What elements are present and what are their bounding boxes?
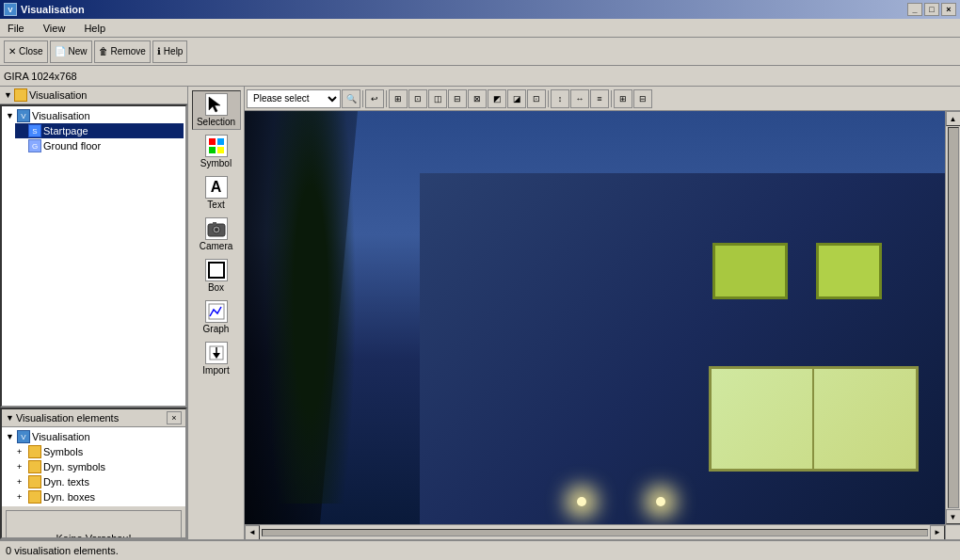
tool-selection[interactable]: Selection (192, 90, 241, 130)
import-label: Import (202, 365, 229, 376)
content-area: Please select 🔍 ↩ ⊞ ⊡ ◫ ⊟ ⊠ ◩ ◪ ⊡ ↕ ↔ ≡ … (245, 87, 960, 539)
tree-groundfloor-label: Ground floor (43, 140, 101, 152)
floor-icon: G (28, 139, 41, 152)
help-button[interactable]: ℹ Help (152, 40, 188, 63)
main-layout: ▼ Visualisation ▼ V Visualisation S Star… (0, 87, 960, 539)
ct-align7[interactable]: ◪ (507, 89, 526, 108)
scroll-track-v[interactable] (948, 127, 959, 508)
tool-text[interactable]: A Text (192, 173, 241, 213)
scroll-down-button[interactable]: ▼ (946, 509, 961, 524)
ct-dist3[interactable]: ≡ (590, 89, 609, 108)
ct-dist1[interactable]: ↕ (551, 89, 569, 108)
vis-icon: V (17, 109, 30, 122)
ct-sep2 (386, 90, 387, 107)
scroll-left-button[interactable]: ◄ (245, 525, 260, 540)
close-button[interactable]: × (941, 3, 956, 16)
tree-startpage-label: Startpage (43, 125, 88, 136)
left-panel: ▼ Visualisation ▼ V Visualisation S Star… (0, 87, 188, 539)
elem-vis-icon: V (17, 430, 30, 443)
elem-sym-icon (28, 445, 41, 458)
content-toolbar: Please select 🔍 ↩ ⊞ ⊡ ◫ ⊟ ⊠ ◩ ◪ ⊡ ↕ ↔ ≡ … (245, 87, 960, 111)
ct-sep3 (548, 90, 549, 107)
ct-align8[interactable]: ⊡ (527, 89, 546, 108)
horizontal-scrollbar[interactable]: ◄ ► (245, 524, 945, 539)
tool-camera[interactable]: Camera (192, 215, 241, 254)
menu-file[interactable]: File (4, 21, 28, 36)
elem-tree-dynsym[interactable]: + Dyn. symbols (15, 459, 184, 474)
elements-body: ▼ V Visualisation + Symbols + Dyn. symbo… (2, 427, 185, 506)
scroll-track-h[interactable] (262, 529, 928, 536)
ct-undo-button[interactable]: ↩ (365, 89, 384, 108)
minimize-button[interactable]: _ (907, 3, 922, 16)
vertical-scrollbar[interactable]: ▲ ▼ (945, 111, 960, 524)
elem-tree-dyntexts[interactable]: + Dyn. texts (15, 474, 184, 489)
elem-tree-symbols[interactable]: + Symbols (15, 444, 184, 459)
ct-dist2[interactable]: ↔ (570, 89, 589, 108)
elem-dynsym-icon (28, 460, 41, 473)
ct-align6[interactable]: ◩ (488, 89, 506, 108)
tree-expand-icon[interactable]: ▼ (4, 90, 12, 100)
elements-title-text: Visualisation elements (16, 412, 119, 424)
ct-grid1[interactable]: ⊞ (614, 89, 632, 108)
ct-grid2[interactable]: ⊟ (633, 89, 652, 108)
menu-help[interactable]: Help (80, 21, 109, 36)
elem-dynbox-expand[interactable]: + (17, 492, 26, 502)
elem-dyntxt-expand[interactable]: + (17, 477, 26, 487)
symbol-label: Symbol (200, 158, 232, 168)
canvas-image (245, 111, 945, 524)
tree-vis-label: Visualisation (32, 110, 90, 121)
elem-symbols-label: Symbols (43, 446, 83, 457)
status-bar: 0 visualisation elements. (0, 539, 960, 560)
svg-rect-3 (209, 147, 216, 153)
ct-align4[interactable]: ⊟ (448, 89, 467, 108)
elem-dynsym-expand[interactable]: + (17, 462, 26, 472)
svg-marker-13 (213, 353, 220, 359)
tool-box[interactable]: Box (192, 256, 241, 296)
elem-expand[interactable]: ▼ (6, 432, 15, 441)
page-icon: S (28, 124, 41, 137)
status-label: 0 visualisation elements. (6, 545, 119, 556)
canvas-container[interactable]: ▲ ▼ ◄ ► (245, 111, 960, 539)
elem-sym-expand[interactable]: + (17, 447, 26, 456)
light-1 (577, 497, 586, 506)
scrollbar-corner (945, 524, 960, 539)
elem-expand-icon[interactable]: ▼ (6, 413, 14, 423)
camera-label: Camera (200, 241, 233, 251)
ct-align3[interactable]: ◫ (428, 89, 447, 108)
ct-align5[interactable]: ⊠ (468, 89, 487, 108)
elem-dynsymbols-label: Dyn. symbols (43, 461, 105, 472)
light-2 (656, 497, 665, 506)
elem-tree-vis[interactable]: ▼ V Visualisation (4, 429, 184, 444)
app-icon: V (4, 3, 17, 16)
tree-body (254, 111, 424, 504)
close-button[interactable]: ✕ Close (4, 40, 48, 63)
tree-item-groundfloor[interactable]: G Ground floor (15, 138, 184, 153)
page-selector[interactable]: Please select (247, 89, 341, 108)
tool-import[interactable]: Import (192, 339, 241, 378)
ct-align1[interactable]: ⊞ (389, 89, 408, 108)
ct-search-button[interactable]: 🔍 (342, 89, 360, 108)
scroll-right-button[interactable]: ► (930, 525, 945, 540)
elements-close-button[interactable]: × (167, 411, 182, 424)
elem-tree-dynboxes[interactable]: + Dyn. boxes (15, 489, 184, 504)
ct-align2[interactable]: ⊡ (408, 89, 427, 108)
tree-item-visualisation[interactable]: ▼ V Visualisation (4, 108, 184, 123)
expand-icon[interactable]: ▼ (6, 111, 15, 120)
tool-graph[interactable]: Graph (192, 297, 241, 337)
maximize-button[interactable]: □ (924, 3, 939, 16)
tool-symbol[interactable]: Symbol (192, 132, 241, 171)
new-icon: 📄 (55, 46, 66, 56)
elements-title: ▼ Visualisation elements × (2, 409, 185, 427)
menu-view[interactable]: View (40, 21, 70, 36)
preview-area: Keine Vorschau! (6, 510, 182, 539)
selection-icon (205, 93, 228, 116)
svg-rect-8 (213, 222, 216, 225)
scroll-up-button[interactable]: ▲ (946, 111, 961, 126)
address-bar: GIRA 1024x768 (0, 66, 960, 87)
tree-folder-icon (14, 88, 27, 102)
main-toolbar: ✕ Close 📄 New 🗑 Remove ℹ Help (0, 38, 960, 66)
tree-item-startpage[interactable]: S Startpage (15, 123, 184, 138)
new-button[interactable]: 📄 New (50, 40, 92, 63)
elements-panel: ▼ Visualisation elements × ▼ V Visualisa… (0, 408, 187, 539)
remove-button[interactable]: 🗑 Remove (94, 40, 151, 63)
